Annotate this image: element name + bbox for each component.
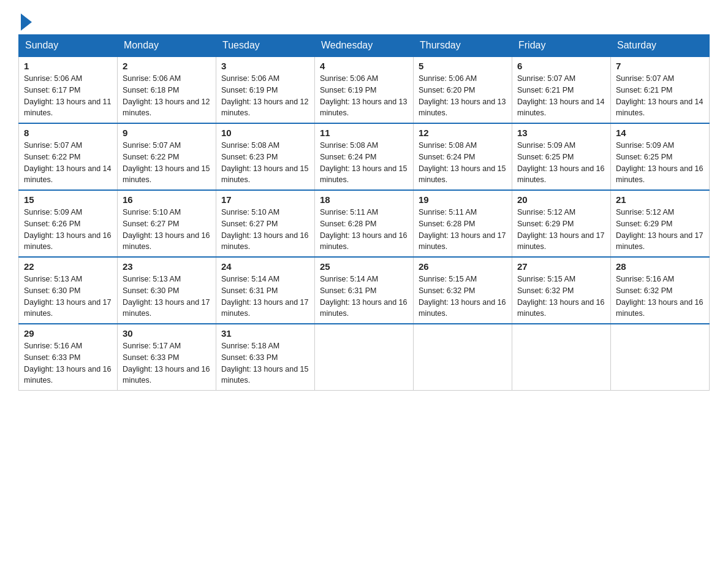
day-number: 27 bbox=[517, 261, 605, 272]
day-number: 8 bbox=[24, 128, 112, 138]
calendar-day-cell: 29 Sunrise: 5:16 AMSunset: 6:33 PMDaylig… bbox=[19, 324, 118, 391]
calendar-day-cell: 21 Sunrise: 5:12 AMSunset: 6:29 PMDaylig… bbox=[611, 190, 710, 257]
day-info: Sunrise: 5:06 AMSunset: 6:19 PMDaylight:… bbox=[221, 74, 308, 117]
calendar-day-cell: 24 Sunrise: 5:14 AMSunset: 6:31 PMDaylig… bbox=[216, 257, 315, 324]
day-info: Sunrise: 5:10 AMSunset: 6:27 PMDaylight:… bbox=[221, 208, 308, 251]
day-number: 11 bbox=[320, 128, 408, 138]
day-info: Sunrise: 5:06 AMSunset: 6:17 PMDaylight:… bbox=[24, 74, 111, 117]
day-number: 6 bbox=[517, 61, 605, 71]
calendar-day-cell: 13 Sunrise: 5:09 AMSunset: 6:25 PMDaylig… bbox=[512, 123, 611, 190]
calendar-day-cell: 26 Sunrise: 5:15 AMSunset: 6:32 PMDaylig… bbox=[414, 257, 512, 324]
day-info: Sunrise: 5:11 AMSunset: 6:28 PMDaylight:… bbox=[320, 208, 407, 251]
day-info: Sunrise: 5:17 AMSunset: 6:33 PMDaylight:… bbox=[123, 342, 210, 385]
calendar-day-cell: 6 Sunrise: 5:07 AMSunset: 6:21 PMDayligh… bbox=[512, 56, 611, 123]
day-info: Sunrise: 5:07 AMSunset: 6:21 PMDaylight:… bbox=[616, 74, 703, 117]
day-info: Sunrise: 5:16 AMSunset: 6:33 PMDaylight:… bbox=[24, 342, 111, 385]
calendar-week-row: 29 Sunrise: 5:16 AMSunset: 6:33 PMDaylig… bbox=[19, 324, 710, 391]
day-info: Sunrise: 5:13 AMSunset: 6:30 PMDaylight:… bbox=[24, 275, 111, 318]
logo bbox=[18, 12, 32, 28]
day-number: 7 bbox=[616, 61, 704, 71]
calendar-week-row: 22 Sunrise: 5:13 AMSunset: 6:30 PMDaylig… bbox=[19, 257, 710, 324]
day-number: 15 bbox=[24, 194, 112, 205]
calendar-day-header: Thursday bbox=[414, 35, 512, 57]
calendar-week-row: 8 Sunrise: 5:07 AMSunset: 6:22 PMDayligh… bbox=[19, 123, 710, 190]
day-number: 1 bbox=[24, 61, 112, 71]
calendar-day-cell: 9 Sunrise: 5:07 AMSunset: 6:22 PMDayligh… bbox=[118, 123, 216, 190]
day-number: 13 bbox=[517, 128, 605, 138]
day-info: Sunrise: 5:08 AMSunset: 6:24 PMDaylight:… bbox=[320, 141, 407, 184]
calendar-day-cell: 27 Sunrise: 5:15 AMSunset: 6:32 PMDaylig… bbox=[512, 257, 611, 324]
calendar-day-cell: 5 Sunrise: 5:06 AMSunset: 6:20 PMDayligh… bbox=[414, 56, 512, 123]
calendar-day-header: Wednesday bbox=[315, 35, 414, 57]
day-info: Sunrise: 5:14 AMSunset: 6:31 PMDaylight:… bbox=[221, 275, 308, 318]
day-info: Sunrise: 5:11 AMSunset: 6:28 PMDaylight:… bbox=[419, 208, 506, 251]
day-info: Sunrise: 5:07 AMSunset: 6:21 PMDaylight:… bbox=[517, 74, 604, 117]
calendar-week-row: 1 Sunrise: 5:06 AMSunset: 6:17 PMDayligh… bbox=[19, 56, 710, 123]
calendar-week-row: 15 Sunrise: 5:09 AMSunset: 6:26 PMDaylig… bbox=[19, 190, 710, 257]
day-number: 17 bbox=[221, 194, 309, 205]
day-info: Sunrise: 5:12 AMSunset: 6:29 PMDaylight:… bbox=[517, 208, 604, 251]
day-number: 26 bbox=[419, 261, 507, 272]
day-info: Sunrise: 5:06 AMSunset: 6:20 PMDaylight:… bbox=[419, 74, 506, 117]
day-number: 20 bbox=[517, 194, 605, 205]
calendar-day-cell: 20 Sunrise: 5:12 AMSunset: 6:29 PMDaylig… bbox=[512, 190, 611, 257]
day-number: 12 bbox=[419, 128, 507, 138]
calendar-day-cell: 4 Sunrise: 5:06 AMSunset: 6:19 PMDayligh… bbox=[315, 56, 414, 123]
calendar-day-cell: 12 Sunrise: 5:08 AMSunset: 6:24 PMDaylig… bbox=[414, 123, 512, 190]
calendar-day-header: Sunday bbox=[19, 35, 118, 57]
calendar-day-cell: 25 Sunrise: 5:14 AMSunset: 6:31 PMDaylig… bbox=[315, 257, 414, 324]
day-info: Sunrise: 5:08 AMSunset: 6:24 PMDaylight:… bbox=[419, 141, 506, 184]
logo-arrow-icon bbox=[21, 13, 32, 31]
day-info: Sunrise: 5:08 AMSunset: 6:23 PMDaylight:… bbox=[221, 141, 308, 184]
page-header bbox=[18, 12, 710, 28]
calendar-day-cell: 15 Sunrise: 5:09 AMSunset: 6:26 PMDaylig… bbox=[19, 190, 118, 257]
day-number: 29 bbox=[24, 328, 112, 339]
calendar-day-cell: 18 Sunrise: 5:11 AMSunset: 6:28 PMDaylig… bbox=[315, 190, 414, 257]
day-number: 10 bbox=[221, 128, 309, 138]
calendar-day-cell: 16 Sunrise: 5:10 AMSunset: 6:27 PMDaylig… bbox=[118, 190, 216, 257]
day-info: Sunrise: 5:10 AMSunset: 6:27 PMDaylight:… bbox=[123, 208, 210, 251]
day-number: 4 bbox=[320, 61, 408, 71]
calendar-day-cell: 8 Sunrise: 5:07 AMSunset: 6:22 PMDayligh… bbox=[19, 123, 118, 190]
day-number: 9 bbox=[123, 128, 211, 138]
day-info: Sunrise: 5:06 AMSunset: 6:19 PMDaylight:… bbox=[320, 74, 407, 117]
calendar-day-cell: 17 Sunrise: 5:10 AMSunset: 6:27 PMDaylig… bbox=[216, 190, 315, 257]
calendar-day-header: Saturday bbox=[611, 35, 710, 57]
day-number: 3 bbox=[221, 61, 309, 71]
day-number: 2 bbox=[123, 61, 211, 71]
calendar-day-cell: 3 Sunrise: 5:06 AMSunset: 6:19 PMDayligh… bbox=[216, 56, 315, 123]
calendar-day-cell: 31 Sunrise: 5:18 AMSunset: 6:33 PMDaylig… bbox=[216, 324, 315, 391]
day-number: 31 bbox=[221, 328, 309, 339]
calendar-day-cell: 10 Sunrise: 5:08 AMSunset: 6:23 PMDaylig… bbox=[216, 123, 315, 190]
day-info: Sunrise: 5:18 AMSunset: 6:33 PMDaylight:… bbox=[221, 342, 308, 385]
day-info: Sunrise: 5:07 AMSunset: 6:22 PMDaylight:… bbox=[24, 141, 111, 184]
calendar-day-cell bbox=[512, 324, 611, 391]
calendar-day-header: Monday bbox=[118, 35, 216, 57]
day-info: Sunrise: 5:14 AMSunset: 6:31 PMDaylight:… bbox=[320, 275, 407, 318]
calendar-day-cell: 11 Sunrise: 5:08 AMSunset: 6:24 PMDaylig… bbox=[315, 123, 414, 190]
calendar-day-cell: 19 Sunrise: 5:11 AMSunset: 6:28 PMDaylig… bbox=[414, 190, 512, 257]
calendar-day-cell: 30 Sunrise: 5:17 AMSunset: 6:33 PMDaylig… bbox=[118, 324, 216, 391]
day-number: 22 bbox=[24, 261, 112, 272]
calendar-day-cell: 1 Sunrise: 5:06 AMSunset: 6:17 PMDayligh… bbox=[19, 56, 118, 123]
day-number: 25 bbox=[320, 261, 408, 272]
calendar-day-cell bbox=[315, 324, 414, 391]
calendar-day-cell: 7 Sunrise: 5:07 AMSunset: 6:21 PMDayligh… bbox=[611, 56, 710, 123]
calendar-day-cell: 14 Sunrise: 5:09 AMSunset: 6:25 PMDaylig… bbox=[611, 123, 710, 190]
day-info: Sunrise: 5:15 AMSunset: 6:32 PMDaylight:… bbox=[419, 275, 506, 318]
day-info: Sunrise: 5:15 AMSunset: 6:32 PMDaylight:… bbox=[517, 275, 604, 318]
day-number: 23 bbox=[123, 261, 211, 272]
day-info: Sunrise: 5:06 AMSunset: 6:18 PMDaylight:… bbox=[123, 74, 210, 117]
day-number: 5 bbox=[419, 61, 507, 71]
day-number: 30 bbox=[123, 328, 211, 339]
day-number: 16 bbox=[123, 194, 211, 205]
day-number: 19 bbox=[419, 194, 507, 205]
calendar-day-cell: 23 Sunrise: 5:13 AMSunset: 6:30 PMDaylig… bbox=[118, 257, 216, 324]
day-info: Sunrise: 5:09 AMSunset: 6:25 PMDaylight:… bbox=[517, 141, 604, 184]
day-number: 18 bbox=[320, 194, 408, 205]
day-number: 14 bbox=[616, 128, 704, 138]
calendar-header-row: SundayMondayTuesdayWednesdayThursdayFrid… bbox=[19, 35, 710, 57]
day-info: Sunrise: 5:13 AMSunset: 6:30 PMDaylight:… bbox=[123, 275, 210, 318]
calendar-day-cell: 28 Sunrise: 5:16 AMSunset: 6:32 PMDaylig… bbox=[611, 257, 710, 324]
calendar-day-cell: 2 Sunrise: 5:06 AMSunset: 6:18 PMDayligh… bbox=[118, 56, 216, 123]
